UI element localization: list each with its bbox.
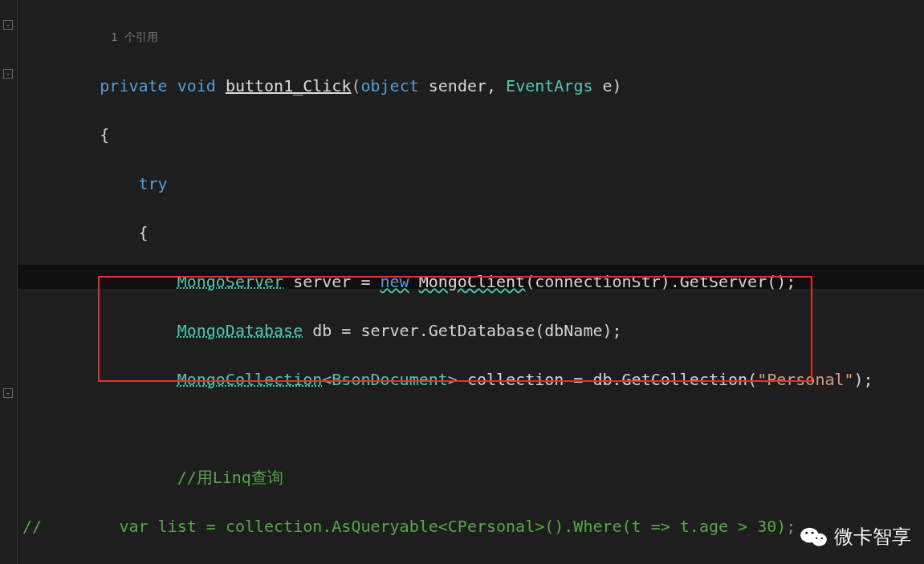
code-line <box>18 416 924 441</box>
code-line: { <box>18 123 924 148</box>
code-line: MongoServer server = new MongoClient(con… <box>18 270 924 294</box>
svg-point-1 <box>812 534 827 546</box>
code-editor[interactable]: 1 个引用 private void button1_Click(object … <box>0 0 924 564</box>
svg-point-3 <box>812 532 814 534</box>
code-line: private void button1_Click(object sender… <box>18 74 924 99</box>
wechat-icon <box>800 525 828 548</box>
reference-count[interactable]: 1 个引用 <box>18 25 924 50</box>
watermark-text: 微卡智享 <box>834 524 911 550</box>
code-line: // var list = collection.AsQueryable<CPe… <box>18 514 924 539</box>
code-line: //用Linq查询 <box>18 465 924 490</box>
watermark: 微卡智享 <box>800 524 911 550</box>
code-line: MongoDatabase db = server.GetDatabase(db… <box>18 319 924 343</box>
svg-point-5 <box>821 538 823 539</box>
code-line: { <box>18 221 924 245</box>
svg-point-2 <box>805 532 808 534</box>
svg-point-4 <box>816 538 817 539</box>
code-line: try <box>18 172 924 197</box>
code-line: MongoCollection<BsonDocument> collection… <box>18 367 924 392</box>
